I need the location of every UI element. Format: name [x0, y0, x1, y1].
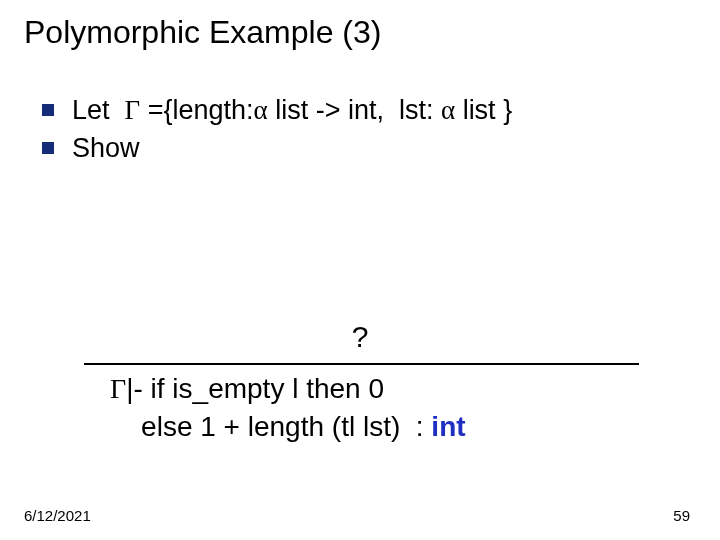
let-mid: ={length: — [140, 95, 253, 125]
bullet-item: Let Γ ={length:α list -> int, lst: α lis… — [42, 92, 512, 128]
conclusion-block: Γ|- if is_empty l then 0 else 1 + length… — [110, 370, 466, 446]
bullet-text-1: Let Γ ={length:α list -> int, lst: α lis… — [72, 92, 512, 128]
alpha-symbol: α — [441, 95, 455, 125]
square-bullet-icon — [42, 142, 54, 154]
footer-page-number: 59 — [673, 507, 690, 524]
alpha-symbol: α — [254, 95, 268, 125]
int-keyword: int — [431, 411, 465, 442]
conclusion-line1: |- if is_empty l then 0 — [126, 373, 384, 404]
bullet-text-2: Show — [72, 130, 140, 166]
bullet-item: Show — [42, 130, 512, 166]
inference-rule-line — [84, 363, 639, 365]
slide-title: Polymorphic Example (3) — [24, 14, 381, 51]
footer-date: 6/12/2021 — [24, 507, 91, 524]
square-bullet-icon — [42, 104, 54, 116]
premise-question: ? — [0, 320, 720, 354]
bullet-list: Let Γ ={length:α list -> int, lst: α lis… — [42, 92, 512, 169]
slide: Polymorphic Example (3) Let Γ ={length:α… — [0, 0, 720, 540]
let-prefix: Let — [72, 95, 125, 125]
conclusion-line2-prefix: else 1 + length (tl lst) : — [110, 411, 431, 442]
let-mid2: list -> int, lst: — [268, 95, 441, 125]
gamma-symbol: Γ — [110, 373, 126, 404]
let-suffix: list } — [455, 95, 512, 125]
gamma-symbol: Γ — [125, 95, 141, 125]
